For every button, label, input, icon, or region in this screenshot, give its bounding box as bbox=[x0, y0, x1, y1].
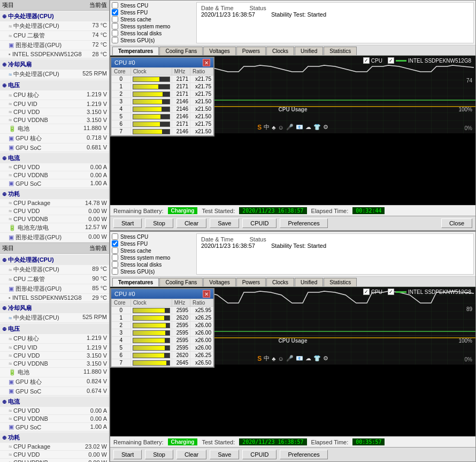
cpu-close-button-top[interactable]: ✕ bbox=[203, 59, 210, 66]
list-item[interactable]: ≈ CPU VDD 3.150 V bbox=[0, 352, 109, 360]
tab-statistics-2[interactable]: Statistics bbox=[324, 278, 357, 286]
start-button-2[interactable]: Start bbox=[113, 450, 142, 459]
clear-button-1[interactable]: Clear bbox=[176, 218, 206, 228]
tab-unified-1[interactable]: Unified bbox=[295, 47, 323, 55]
list-item[interactable]: ≈ 中央处理器(CPU) 525 RPM bbox=[0, 70, 109, 79]
list-item[interactable]: 🔋 电池 11.880 V bbox=[0, 368, 109, 377]
list-item[interactable]: 🔋 电池 11.880 V bbox=[0, 124, 109, 134]
stress-disk-checkbox-1[interactable] bbox=[112, 30, 118, 36]
tab-cooling-fans-2[interactable]: Cooling Fans bbox=[159, 278, 203, 286]
list-item[interactable]: ≈ CPU VDD 0.00 A bbox=[0, 407, 109, 415]
tab-statistics-1[interactable]: Statistics bbox=[324, 47, 357, 55]
date-label-2: Date & Time bbox=[201, 236, 234, 243]
row-label: ≈ CPU VDD bbox=[9, 109, 40, 115]
list-item[interactable]: ≈ CPU VDDNB 0.00 W bbox=[0, 459, 109, 462]
chart-legend-2: ✓ CPU ✓ INTEL SSDPEKNW512G8 bbox=[363, 289, 471, 295]
stress-cpu-checkbox-2[interactable] bbox=[112, 233, 118, 240]
cpu-clock-bar bbox=[130, 322, 172, 329]
list-item[interactable]: ≈ 中央处理器(CPU) 89 °C bbox=[0, 265, 109, 275]
stress-fpu-checkbox-2[interactable] bbox=[112, 240, 118, 247]
list-item[interactable]: ≈ CPU 二极管 90 °C bbox=[0, 275, 109, 284]
list-item[interactable]: ▣ GPU SoC 1.00 A bbox=[0, 423, 109, 431]
cpuid-button-2[interactable]: CPUID bbox=[242, 450, 277, 459]
stress-cpu-checkbox-1[interactable] bbox=[112, 2, 118, 9]
list-item[interactable]: ≈ CPU VDD 0.00 W bbox=[0, 451, 109, 459]
list-item[interactable]: ▣ GPU SoC 1.00 A bbox=[0, 179, 109, 188]
list-item[interactable]: ≈ CPU VDD 3.150 V bbox=[0, 108, 109, 116]
list-item[interactable]: ≈ CPU VID 1.219 V bbox=[0, 100, 109, 108]
list-item[interactable]: ▪ INTEL SSDPEKNW512G8 29 °C bbox=[0, 294, 109, 302]
cpu-clock-bar bbox=[130, 307, 172, 314]
row-label: ≈ CPU Package bbox=[9, 443, 50, 450]
list-item[interactable]: ≈ CPU Package 14.78 W bbox=[0, 199, 109, 207]
list-item[interactable]: ≈ 中央处理器(CPU) 73 °C bbox=[0, 21, 109, 31]
cpuid-button-1[interactable]: CPUID bbox=[242, 218, 277, 228]
preferences-button-2[interactable]: Preferences bbox=[280, 450, 327, 459]
stress-mem-checkbox-2[interactable] bbox=[112, 254, 118, 261]
tab-clocks-1[interactable]: Clocks bbox=[266, 47, 294, 55]
list-item[interactable]: ≈ CPU VDDNB 3.150 V bbox=[0, 360, 109, 368]
list-item[interactable]: 🔋 电池充/放电 12.57 W bbox=[0, 223, 109, 233]
clear-button-2[interactable]: Clear bbox=[176, 450, 206, 459]
tab-clocks-2[interactable]: Clocks bbox=[266, 278, 294, 286]
list-item[interactable]: ▣ 图形处理器(GPU) 85 °C bbox=[0, 284, 109, 294]
battery-value-1: Charging bbox=[168, 207, 198, 214]
tab-powers-2[interactable]: Powers bbox=[236, 278, 266, 286]
tabs-bar-1: Temperatures Cooling Fans Voltages Power… bbox=[110, 46, 475, 56]
stress-cache-checkbox-1[interactable] bbox=[112, 16, 118, 22]
table-row: 7 2146 x21.50 bbox=[112, 128, 213, 135]
taskbar-icon-4: ☺ bbox=[278, 124, 284, 131]
list-item[interactable]: ≈ 中央处理器(CPU) 525 RPM bbox=[0, 313, 109, 323]
fan-icon: ⊕ bbox=[2, 62, 6, 67]
list-item[interactable]: ≈ CPU VDDNB 0.00 A bbox=[0, 415, 109, 423]
cpu-mhz: 2620 bbox=[172, 352, 190, 359]
list-item[interactable]: ≈ CPU 核心 1.219 V bbox=[0, 90, 109, 100]
list-item[interactable]: ▣ GPU 核心 0.824 V bbox=[0, 377, 109, 387]
list-item[interactable]: ≈ CPU Package 23.02 W bbox=[0, 443, 109, 451]
save-button-1[interactable]: Save bbox=[210, 218, 239, 228]
list-item[interactable]: ≈ CPU VDDNB 0.00 W bbox=[0, 215, 109, 223]
save-button-2[interactable]: Save bbox=[210, 450, 239, 459]
close-button-1[interactable]: Close bbox=[441, 218, 472, 228]
list-item[interactable]: ≈ CPU VDDNB 3.150 V bbox=[0, 116, 109, 124]
list-item[interactable]: ≈ CPU VID 1.219 V bbox=[0, 344, 109, 352]
tab-unified-2[interactable]: Unified bbox=[295, 278, 323, 286]
list-item[interactable]: ▣ 图形处理器(GPU) 72 °C bbox=[0, 41, 109, 50]
list-item[interactable]: ≈ CPU VDD 0.00 A bbox=[0, 163, 109, 171]
test-started-value-2: 2020/11/23 16:38:57 bbox=[239, 438, 306, 445]
stress-disk-checkbox-2[interactable] bbox=[112, 261, 118, 268]
list-item[interactable]: ≈ CPU 二极管 74 °C bbox=[0, 31, 109, 41]
stress-gpu-checkbox-1[interactable] bbox=[112, 37, 118, 43]
list-item[interactable]: ≈ CPU 核心 1.219 V bbox=[0, 334, 109, 344]
list-item[interactable]: ▣ GPU 核心 0.718 V bbox=[0, 134, 109, 143]
tab-cooling-fans-1[interactable]: Cooling Fans bbox=[159, 47, 203, 55]
stress-mem-checkbox-1[interactable] bbox=[112, 23, 118, 29]
stress-fpu-checkbox-1[interactable] bbox=[112, 9, 118, 16]
tab-voltages-2[interactable]: Voltages bbox=[203, 278, 235, 286]
list-item[interactable]: ≈ CPU VDDNB 0.00 A bbox=[0, 171, 109, 179]
tab-powers-1[interactable]: Powers bbox=[236, 47, 266, 55]
stop-button-1[interactable]: Stop bbox=[145, 218, 173, 228]
cpu-mhz: 2171 bbox=[172, 75, 190, 83]
tab-temperatures-1[interactable]: Temperatures bbox=[112, 47, 159, 55]
start-button-1[interactable]: Start bbox=[113, 218, 142, 228]
status-bar-1: Remaining Battery: Charging Test Started… bbox=[110, 205, 475, 216]
tab-temperatures-2[interactable]: Temperatures bbox=[112, 278, 159, 286]
stress-cache-checkbox-2[interactable] bbox=[112, 247, 118, 254]
list-item[interactable]: ▣ GPU SoC 0.681 V bbox=[0, 143, 109, 152]
temp-header-label-2: 中央处理器(CPU) bbox=[8, 256, 54, 264]
preferences-button-1[interactable]: Preferences bbox=[280, 218, 327, 228]
legend-ssd-color-1 bbox=[396, 60, 406, 62]
list-item[interactable]: ▣ GPU SoC 0.674 V bbox=[0, 387, 109, 396]
fan-header-label-2: 冷却风扇 bbox=[8, 304, 32, 312]
list-item[interactable]: ≈ CPU VDD 0.00 W bbox=[0, 207, 109, 215]
stop-button-2[interactable]: Stop bbox=[145, 450, 173, 459]
cpu-col-clock-b: Clock bbox=[130, 299, 172, 307]
list-item[interactable]: ▪ INTEL SSDPEKNW512G8 28 °C bbox=[0, 50, 109, 58]
row-label: ≈ CPU VID bbox=[9, 101, 37, 107]
list-item[interactable]: ▣ 图形处理器(GPU) 0.00 W bbox=[0, 233, 109, 243]
cpu-close-button-bottom[interactable]: ✕ bbox=[203, 290, 210, 298]
tab-voltages-1[interactable]: Voltages bbox=[203, 47, 235, 55]
stress-gpu-checkbox-2[interactable] bbox=[112, 268, 118, 275]
row-value: 1.219 V bbox=[87, 335, 107, 343]
